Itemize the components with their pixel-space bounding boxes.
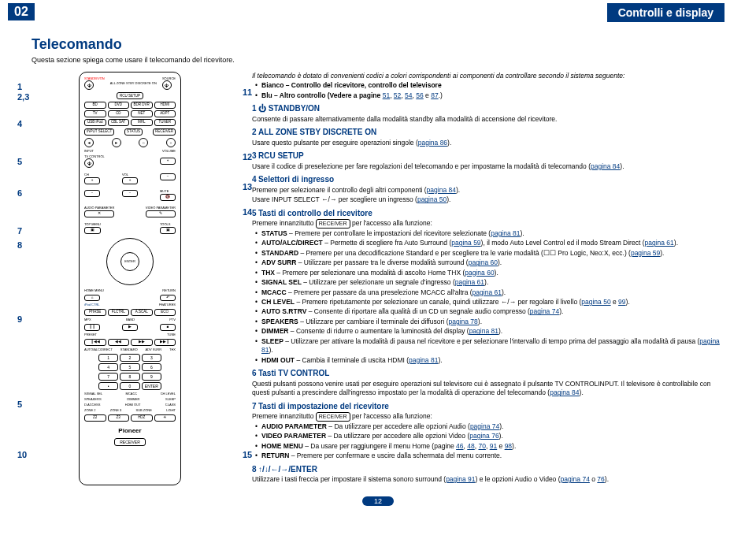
btn-right[interactable]: ► xyxy=(112,138,121,147)
btn-video-param[interactable]: ✎ xyxy=(146,210,176,217)
btn-enter[interactable]: ENTER xyxy=(120,252,139,271)
btn-tuner[interactable]: TUNER xyxy=(154,119,176,126)
b7-2-l4[interactable]: 98 xyxy=(505,442,512,450)
kp-enter[interactable]: ENTER xyxy=(142,382,161,390)
link-p87[interactable]: 87 xyxy=(431,91,438,99)
item8-l1[interactable]: pagina 91 xyxy=(446,475,475,483)
b5-7-link[interactable]: pagina 61 xyxy=(472,288,502,296)
btn-pause[interactable]: ❙❙ xyxy=(84,324,100,331)
b5-10-body: – Utilizzare per cambiare il terminale d… xyxy=(298,318,449,325)
btn-dvd[interactable]: DVD xyxy=(108,102,130,109)
btn-cbl[interactable]: CBL SAT xyxy=(108,119,130,126)
b7-2-l2[interactable]: 70 xyxy=(479,442,486,450)
kp-6[interactable]: 6 xyxy=(142,363,161,371)
btn-ascal[interactable]: A.SCAL xyxy=(131,309,153,316)
btn-status2[interactable]: ○ xyxy=(139,138,148,147)
b5-3-link[interactable]: pagina 59 xyxy=(631,249,660,257)
btn-light[interactable]: ☀ xyxy=(154,414,176,422)
btn-tv[interactable]: TV xyxy=(84,110,106,117)
btn-bdr[interactable]: BDR DVR xyxy=(131,102,153,109)
btn-topmenu[interactable]: ▣ xyxy=(84,227,101,234)
item4-link2[interactable]: pagina 50 xyxy=(417,195,447,203)
b5-4-link[interactable]: pagina 60 xyxy=(469,258,498,266)
rcu-setup-button[interactable]: RCU SETUP xyxy=(117,92,143,99)
b5-0-link[interactable]: pagina 81 xyxy=(491,229,520,237)
btn-z2[interactable]: Z2 xyxy=(84,414,106,422)
btn-stop[interactable]: ■ xyxy=(160,324,176,331)
btn-play[interactable]: ▶ xyxy=(122,324,138,331)
b5-1-link2[interactable]: pagina 61 xyxy=(644,239,673,247)
item8-l2[interactable]: pagina 74 xyxy=(561,475,590,483)
btn-volup2[interactable]: + xyxy=(122,177,138,184)
b5-11-link[interactable]: pagina 81 xyxy=(469,327,498,335)
link-p51[interactable]: 51 xyxy=(383,91,390,99)
btn-net[interactable]: NET xyxy=(131,110,153,117)
b5-13-link[interactable]: pagina 81 xyxy=(409,356,438,364)
item8-l3[interactable]: 76 xyxy=(597,475,604,483)
b7-2-l1[interactable]: 48 xyxy=(467,442,474,450)
b5-8-link2[interactable]: 99 xyxy=(618,298,625,306)
btn-tools[interactable]: ▣ xyxy=(160,227,176,234)
b5-8-link[interactable]: pagina 50 xyxy=(581,298,610,306)
item4-link1[interactable]: pagina 84 xyxy=(427,186,456,194)
btn-vol-down[interactable]: − xyxy=(160,173,176,180)
item6-link[interactable]: pagina 84 xyxy=(550,388,579,396)
btn-cd[interactable]: CD xyxy=(108,110,130,117)
kp-8[interactable]: 8 xyxy=(120,373,139,381)
kp-7[interactable]: 7 xyxy=(98,373,118,381)
btn-mhl[interactable]: MHL xyxy=(131,119,153,126)
source-button[interactable]: ⏻ xyxy=(162,80,172,90)
b5-10-link[interactable]: pagina 78 xyxy=(448,318,477,325)
btn-vol-up[interactable]: + xyxy=(160,158,176,165)
btn-eco[interactable]: ECO xyxy=(154,309,176,316)
btn-ch-down[interactable]: − xyxy=(84,190,100,197)
btn-bd[interactable]: BD xyxy=(84,102,106,109)
btn-skipback[interactable]: ❙◀◀ xyxy=(84,339,106,346)
btn-adpt[interactable]: ADPT xyxy=(154,110,176,117)
kp-0[interactable]: 0 xyxy=(120,382,139,390)
btn-return[interactable]: ↶ xyxy=(160,295,176,302)
standby-button[interactable]: ⏻ xyxy=(84,80,94,90)
btn-usb[interactable]: USB iPod xyxy=(84,119,106,126)
kp-1[interactable]: 1 xyxy=(98,354,118,362)
btn-tvpower[interactable]: ⏻ xyxy=(84,158,94,168)
btn-ch-up[interactable]: + xyxy=(84,177,100,184)
kp-9[interactable]: 9 xyxy=(142,373,161,381)
link-p52[interactable]: 52 xyxy=(394,91,401,99)
btn-mute[interactable]: 🔇 xyxy=(160,194,176,201)
link-p54[interactable]: 54 xyxy=(405,91,412,99)
b5-6-link[interactable]: pagina 61 xyxy=(455,278,484,286)
kp-dot[interactable]: • xyxy=(98,382,118,390)
btn-hdz[interactable]: HDZ xyxy=(131,414,153,422)
btn-hdmi[interactable]: HDMI xyxy=(154,102,176,109)
btn-left[interactable]: ◄ xyxy=(84,138,94,147)
btn-receiver[interactable]: RECEIVER xyxy=(153,128,176,136)
link-p56[interactable]: 56 xyxy=(416,91,423,99)
b5-9-link[interactable]: pagina 74 xyxy=(530,307,559,315)
btn-audio-param[interactable]: ✕ xyxy=(84,210,114,217)
dpad[interactable]: ENTER xyxy=(106,238,154,285)
b7-2-l0[interactable]: 46 xyxy=(456,442,463,450)
btn-homemenu[interactable]: ⌂ xyxy=(84,295,100,302)
b5-5-link[interactable]: pagina 60 xyxy=(465,269,494,277)
b7-2-l3[interactable]: 91 xyxy=(490,442,497,450)
kp-3[interactable]: 3 xyxy=(142,354,161,362)
btn-skipfwd[interactable]: ▶▶❙ xyxy=(154,339,176,346)
kp-2[interactable]: 2 xyxy=(120,354,139,362)
btn-input-select[interactable]: INPUT SELECT xyxy=(84,128,114,136)
btn-ff[interactable]: ▶▶ xyxy=(131,339,153,346)
kp-5[interactable]: 5 xyxy=(120,363,139,371)
b5-1-link[interactable]: pagina 59 xyxy=(451,239,480,247)
btn-rew[interactable]: ◀◀ xyxy=(108,339,130,346)
btn-z3[interactable]: Z3 xyxy=(108,414,130,422)
btn-rcv2[interactable]: ○ xyxy=(166,138,176,147)
item2-link[interactable]: pagina 86 xyxy=(418,139,447,147)
b7-0-link[interactable]: pagina 74 xyxy=(470,422,499,430)
btn-phase[interactable]: PHASE xyxy=(84,309,106,316)
kp-4[interactable]: 4 xyxy=(98,363,118,371)
b7-1-link[interactable]: pagina 76 xyxy=(469,432,498,440)
btn-flctrl[interactable]: FLCTRL xyxy=(108,309,130,316)
item3-link[interactable]: pagina 84 xyxy=(591,162,620,170)
btn-status[interactable]: STATUS xyxy=(124,128,143,136)
btn-voldown2[interactable]: − xyxy=(122,190,138,197)
